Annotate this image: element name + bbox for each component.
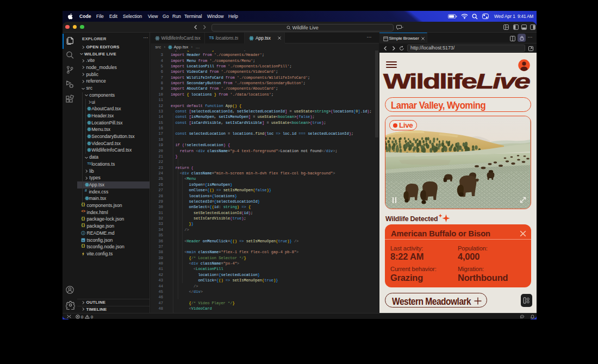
svg-text:ts: ts <box>82 239 84 242</box>
